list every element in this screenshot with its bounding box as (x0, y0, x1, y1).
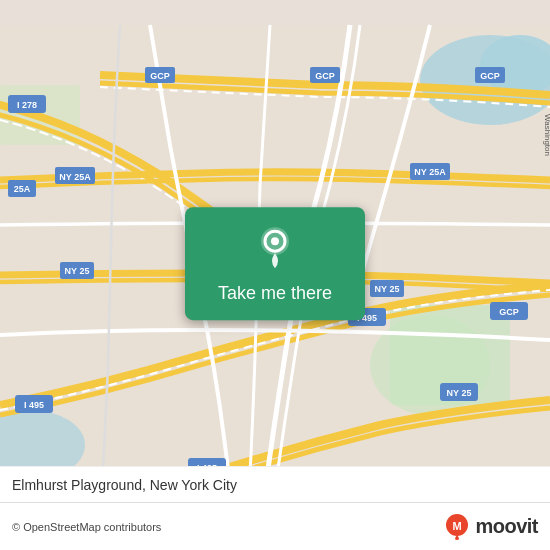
svg-text:NY 25A: NY 25A (59, 172, 91, 182)
svg-point-40 (271, 237, 279, 245)
moovit-brand-text: moovit (475, 515, 538, 538)
moovit-logo: M moovit (443, 513, 538, 541)
map-container: I 278 GCP GCP GCP NY 25A 25A NY 25A NY 2… (0, 0, 550, 550)
cta-overlay: Take me there (185, 207, 365, 320)
svg-text:GCP: GCP (480, 71, 500, 81)
svg-text:GCP: GCP (315, 71, 335, 81)
svg-text:M: M (453, 520, 462, 532)
svg-text:GCP: GCP (499, 307, 519, 317)
svg-text:NY 25: NY 25 (447, 388, 472, 398)
place-name: Elmhurst Playground, New York City (12, 477, 237, 493)
location-pin-icon (257, 225, 293, 273)
svg-text:Washington: Washington (543, 114, 550, 156)
cta-card[interactable]: Take me there (185, 207, 365, 320)
svg-text:NY 25: NY 25 (65, 266, 90, 276)
moovit-brand-icon: M (443, 513, 471, 541)
take-me-there-button[interactable]: Take me there (218, 283, 332, 304)
place-label-bar: Elmhurst Playground, New York City (0, 466, 550, 502)
svg-text:I 495: I 495 (24, 400, 44, 410)
svg-text:I 278: I 278 (17, 100, 37, 110)
svg-text:NY 25A: NY 25A (414, 167, 446, 177)
bottom-bar: © OpenStreetMap contributors M moovit (0, 502, 550, 550)
svg-text:NY 25: NY 25 (375, 284, 400, 294)
svg-text:GCP: GCP (150, 71, 170, 81)
svg-text:25A: 25A (14, 184, 31, 194)
osm-attribution: © OpenStreetMap contributors (12, 521, 161, 533)
